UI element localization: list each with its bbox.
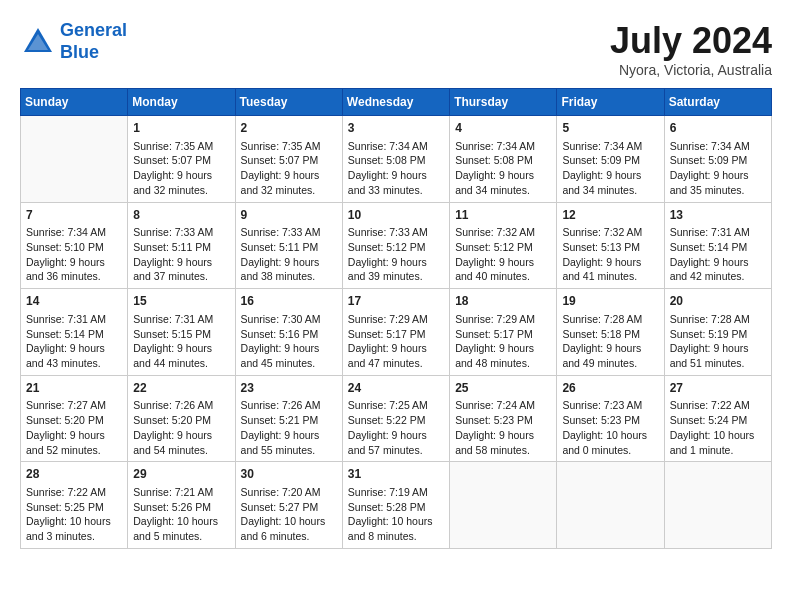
calendar-cell: 15Sunrise: 7:31 AM Sunset: 5:15 PM Dayli… [128, 289, 235, 376]
cell-info: Sunrise: 7:33 AM Sunset: 5:12 PM Dayligh… [348, 225, 444, 284]
cell-info: Sunrise: 7:31 AM Sunset: 5:15 PM Dayligh… [133, 312, 229, 371]
calendar-week-1: 1Sunrise: 7:35 AM Sunset: 5:07 PM Daylig… [21, 116, 772, 203]
calendar-cell: 10Sunrise: 7:33 AM Sunset: 5:12 PM Dayli… [342, 202, 449, 289]
day-number: 21 [26, 380, 122, 397]
day-number: 3 [348, 120, 444, 137]
cell-info: Sunrise: 7:30 AM Sunset: 5:16 PM Dayligh… [241, 312, 337, 371]
calendar-cell: 17Sunrise: 7:29 AM Sunset: 5:17 PM Dayli… [342, 289, 449, 376]
calendar-cell: 29Sunrise: 7:21 AM Sunset: 5:26 PM Dayli… [128, 462, 235, 549]
cell-info: Sunrise: 7:26 AM Sunset: 5:21 PM Dayligh… [241, 398, 337, 457]
day-number: 2 [241, 120, 337, 137]
day-header-friday: Friday [557, 89, 664, 116]
calendar-cell: 23Sunrise: 7:26 AM Sunset: 5:21 PM Dayli… [235, 375, 342, 462]
calendar-cell: 21Sunrise: 7:27 AM Sunset: 5:20 PM Dayli… [21, 375, 128, 462]
day-number: 6 [670, 120, 766, 137]
calendar-cell: 25Sunrise: 7:24 AM Sunset: 5:23 PM Dayli… [450, 375, 557, 462]
calendar-week-5: 28Sunrise: 7:22 AM Sunset: 5:25 PM Dayli… [21, 462, 772, 549]
day-number: 8 [133, 207, 229, 224]
calendar-cell: 9Sunrise: 7:33 AM Sunset: 5:11 PM Daylig… [235, 202, 342, 289]
cell-info: Sunrise: 7:27 AM Sunset: 5:20 PM Dayligh… [26, 398, 122, 457]
cell-info: Sunrise: 7:19 AM Sunset: 5:28 PM Dayligh… [348, 485, 444, 544]
cell-info: Sunrise: 7:29 AM Sunset: 5:17 PM Dayligh… [455, 312, 551, 371]
day-header-sunday: Sunday [21, 89, 128, 116]
calendar-cell: 6Sunrise: 7:34 AM Sunset: 5:09 PM Daylig… [664, 116, 771, 203]
location: Nyora, Victoria, Australia [610, 62, 772, 78]
day-number: 26 [562, 380, 658, 397]
logo: General Blue [20, 20, 127, 63]
day-number: 1 [133, 120, 229, 137]
cell-info: Sunrise: 7:25 AM Sunset: 5:22 PM Dayligh… [348, 398, 444, 457]
calendar-cell: 16Sunrise: 7:30 AM Sunset: 5:16 PM Dayli… [235, 289, 342, 376]
day-number: 20 [670, 293, 766, 310]
day-number: 18 [455, 293, 551, 310]
day-header-saturday: Saturday [664, 89, 771, 116]
calendar-cell: 28Sunrise: 7:22 AM Sunset: 5:25 PM Dayli… [21, 462, 128, 549]
day-number: 28 [26, 466, 122, 483]
calendar-cell: 7Sunrise: 7:34 AM Sunset: 5:10 PM Daylig… [21, 202, 128, 289]
day-number: 14 [26, 293, 122, 310]
cell-info: Sunrise: 7:34 AM Sunset: 5:09 PM Dayligh… [670, 139, 766, 198]
cell-info: Sunrise: 7:31 AM Sunset: 5:14 PM Dayligh… [670, 225, 766, 284]
calendar-cell: 22Sunrise: 7:26 AM Sunset: 5:20 PM Dayli… [128, 375, 235, 462]
day-number: 13 [670, 207, 766, 224]
day-number: 22 [133, 380, 229, 397]
calendar-cell: 11Sunrise: 7:32 AM Sunset: 5:12 PM Dayli… [450, 202, 557, 289]
day-number: 4 [455, 120, 551, 137]
calendar-cell [450, 462, 557, 549]
day-number: 17 [348, 293, 444, 310]
day-number: 15 [133, 293, 229, 310]
day-header-monday: Monday [128, 89, 235, 116]
calendar-cell: 27Sunrise: 7:22 AM Sunset: 5:24 PM Dayli… [664, 375, 771, 462]
calendar-cell: 20Sunrise: 7:28 AM Sunset: 5:19 PM Dayli… [664, 289, 771, 376]
day-header-wednesday: Wednesday [342, 89, 449, 116]
calendar-cell: 2Sunrise: 7:35 AM Sunset: 5:07 PM Daylig… [235, 116, 342, 203]
cell-info: Sunrise: 7:23 AM Sunset: 5:23 PM Dayligh… [562, 398, 658, 457]
day-number: 19 [562, 293, 658, 310]
calendar-cell: 8Sunrise: 7:33 AM Sunset: 5:11 PM Daylig… [128, 202, 235, 289]
calendar-cell: 24Sunrise: 7:25 AM Sunset: 5:22 PM Dayli… [342, 375, 449, 462]
cell-info: Sunrise: 7:31 AM Sunset: 5:14 PM Dayligh… [26, 312, 122, 371]
calendar-cell: 18Sunrise: 7:29 AM Sunset: 5:17 PM Dayli… [450, 289, 557, 376]
calendar-cell: 30Sunrise: 7:20 AM Sunset: 5:27 PM Dayli… [235, 462, 342, 549]
cell-info: Sunrise: 7:22 AM Sunset: 5:25 PM Dayligh… [26, 485, 122, 544]
cell-info: Sunrise: 7:32 AM Sunset: 5:13 PM Dayligh… [562, 225, 658, 284]
cell-info: Sunrise: 7:28 AM Sunset: 5:19 PM Dayligh… [670, 312, 766, 371]
cell-info: Sunrise: 7:35 AM Sunset: 5:07 PM Dayligh… [133, 139, 229, 198]
cell-info: Sunrise: 7:22 AM Sunset: 5:24 PM Dayligh… [670, 398, 766, 457]
day-number: 24 [348, 380, 444, 397]
day-number: 29 [133, 466, 229, 483]
calendar-cell: 3Sunrise: 7:34 AM Sunset: 5:08 PM Daylig… [342, 116, 449, 203]
calendar-cell: 19Sunrise: 7:28 AM Sunset: 5:18 PM Dayli… [557, 289, 664, 376]
calendar-table: SundayMondayTuesdayWednesdayThursdayFrid… [20, 88, 772, 549]
cell-info: Sunrise: 7:34 AM Sunset: 5:08 PM Dayligh… [348, 139, 444, 198]
day-number: 12 [562, 207, 658, 224]
logo-text: General Blue [60, 20, 127, 63]
cell-info: Sunrise: 7:34 AM Sunset: 5:09 PM Dayligh… [562, 139, 658, 198]
calendar-cell: 14Sunrise: 7:31 AM Sunset: 5:14 PM Dayli… [21, 289, 128, 376]
month-title: July 2024 [610, 20, 772, 62]
title-area: July 2024 Nyora, Victoria, Australia [610, 20, 772, 78]
page-header: General Blue July 2024 Nyora, Victoria, … [20, 20, 772, 78]
calendar-week-4: 21Sunrise: 7:27 AM Sunset: 5:20 PM Dayli… [21, 375, 772, 462]
cell-info: Sunrise: 7:33 AM Sunset: 5:11 PM Dayligh… [241, 225, 337, 284]
day-number: 16 [241, 293, 337, 310]
calendar-week-3: 14Sunrise: 7:31 AM Sunset: 5:14 PM Dayli… [21, 289, 772, 376]
day-number: 27 [670, 380, 766, 397]
cell-info: Sunrise: 7:26 AM Sunset: 5:20 PM Dayligh… [133, 398, 229, 457]
cell-info: Sunrise: 7:35 AM Sunset: 5:07 PM Dayligh… [241, 139, 337, 198]
calendar-cell: 26Sunrise: 7:23 AM Sunset: 5:23 PM Dayli… [557, 375, 664, 462]
cell-info: Sunrise: 7:28 AM Sunset: 5:18 PM Dayligh… [562, 312, 658, 371]
day-number: 25 [455, 380, 551, 397]
calendar-cell: 5Sunrise: 7:34 AM Sunset: 5:09 PM Daylig… [557, 116, 664, 203]
cell-info: Sunrise: 7:29 AM Sunset: 5:17 PM Dayligh… [348, 312, 444, 371]
calendar-cell: 1Sunrise: 7:35 AM Sunset: 5:07 PM Daylig… [128, 116, 235, 203]
day-number: 9 [241, 207, 337, 224]
calendar-cell: 31Sunrise: 7:19 AM Sunset: 5:28 PM Dayli… [342, 462, 449, 549]
calendar-cell: 12Sunrise: 7:32 AM Sunset: 5:13 PM Dayli… [557, 202, 664, 289]
calendar-cell: 13Sunrise: 7:31 AM Sunset: 5:14 PM Dayli… [664, 202, 771, 289]
day-header-tuesday: Tuesday [235, 89, 342, 116]
day-number: 30 [241, 466, 337, 483]
cell-info: Sunrise: 7:20 AM Sunset: 5:27 PM Dayligh… [241, 485, 337, 544]
day-number: 31 [348, 466, 444, 483]
cell-info: Sunrise: 7:34 AM Sunset: 5:08 PM Dayligh… [455, 139, 551, 198]
